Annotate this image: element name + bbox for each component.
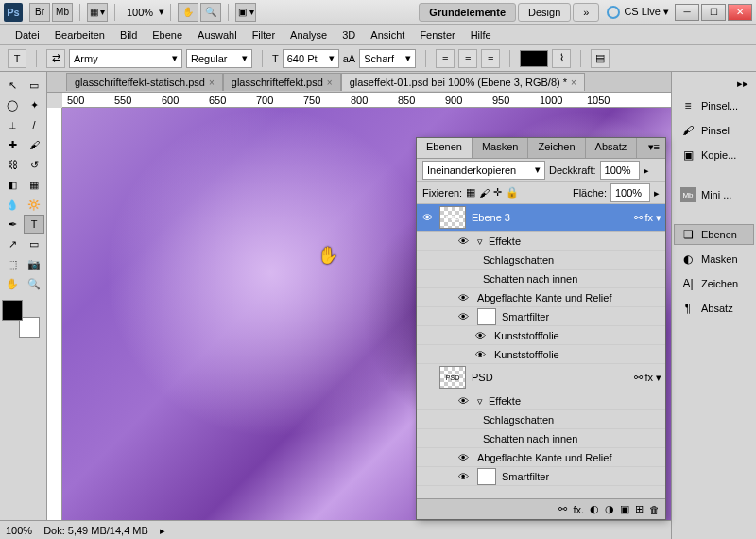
smartfilter-item[interactable]: 👁Kunststofffolie	[417, 345, 665, 364]
dock-zeichen[interactable]: A|Zeichen	[674, 273, 754, 294]
menu-auswahl[interactable]: Auswahl	[190, 29, 245, 41]
dodge-tool[interactable]: 🔆	[24, 195, 44, 214]
fx-badge[interactable]: fx ▾	[644, 372, 662, 384]
workspace-more[interactable]: »	[573, 3, 599, 22]
dock-absatz[interactable]: ¶Absatz	[674, 298, 754, 319]
smartfilter-group[interactable]: 👁Smartfilter	[417, 467, 665, 486]
shape-tool[interactable]: ▭	[24, 235, 44, 253]
panel-menu-button[interactable]: ▾≡	[643, 138, 665, 158]
minimize-button[interactable]: ─	[675, 4, 699, 21]
align-center-button[interactable]: ≡	[458, 49, 477, 68]
dock-mini[interactable]: MbMini ...	[674, 184, 754, 205]
doctab-0[interactable]: glasschrifteffekt-statisch.psd×	[66, 73, 223, 91]
layer-thumbnail[interactable]: PSD	[439, 366, 466, 389]
menu-ansicht[interactable]: Ansicht	[363, 29, 412, 41]
minibridge-button[interactable]: Mb	[52, 3, 73, 22]
fx-badge[interactable]: fx ▾	[644, 212, 662, 224]
zoom-level[interactable]: 100%	[127, 7, 153, 18]
layer-name[interactable]: PSD	[468, 372, 630, 383]
doctab-2[interactable]: glaseffekt-01.psd bei 100% (Ebene 3, RGB…	[341, 73, 585, 91]
menu-fenster[interactable]: Fenster	[412, 29, 462, 41]
blur-tool[interactable]: 💧	[2, 195, 23, 214]
hand-tool-button[interactable]: ✋	[178, 3, 198, 22]
close-icon[interactable]: ×	[571, 78, 576, 88]
character-panel-button[interactable]: ▤	[591, 49, 610, 68]
close-button[interactable]: ✕	[728, 4, 752, 21]
view-extras-button[interactable]: ▦ ▾	[87, 3, 108, 22]
workspace-design[interactable]: Design	[518, 3, 571, 22]
menu-ebene[interactable]: Ebene	[145, 29, 190, 41]
heal-tool[interactable]: ✚	[2, 135, 23, 154]
path-tool[interactable]: ↗	[2, 235, 23, 253]
fill-input[interactable]: 100%	[610, 183, 650, 202]
menu-filter[interactable]: Filter	[245, 29, 283, 41]
lock-move-icon[interactable]: ✛	[493, 186, 502, 199]
wand-tool[interactable]: ✦	[24, 96, 44, 114]
lasso-tool[interactable]: ◯	[2, 96, 23, 114]
lock-paint-icon[interactable]: 🖌	[479, 187, 490, 199]
menu-hilfe[interactable]: Hilfe	[463, 29, 499, 41]
panel-tab-ebenen[interactable]: Ebenen	[417, 138, 472, 158]
font-size-select[interactable]: 640 Pt▾	[283, 49, 339, 68]
link-icon[interactable]: ⚯	[634, 212, 643, 224]
align-right-button[interactable]: ≡	[481, 49, 500, 68]
bridge-button[interactable]: Br	[29, 3, 50, 22]
text-color-swatch[interactable]	[520, 50, 548, 67]
layers-panel[interactable]: Ebenen Masken Zeichen Absatz ▾≡ Ineinand…	[416, 137, 666, 520]
menu-bearbeiten[interactable]: Bearbeiten	[47, 29, 112, 41]
menu-datei[interactable]: Datei	[8, 29, 47, 41]
workspace-grundelemente[interactable]: Grundelemente	[419, 3, 516, 22]
maximize-button[interactable]: ☐	[701, 4, 726, 21]
antialias-select[interactable]: Scharf▾	[359, 49, 416, 68]
hand-tool[interactable]: ✋	[2, 274, 23, 293]
dock-pinsel[interactable]: 🖌Pinsel	[674, 120, 754, 141]
color-swatches[interactable]	[2, 300, 40, 338]
effect-item[interactable]: Schatten nach innen	[417, 429, 665, 448]
text-orientation-button[interactable]: ⇄	[46, 49, 65, 68]
panel-tab-absatz[interactable]: Absatz	[586, 138, 638, 158]
lock-transparent-icon[interactable]: ▦	[466, 186, 475, 199]
marquee-tool[interactable]: ▭	[24, 76, 44, 95]
type-tool[interactable]: T	[24, 215, 44, 234]
eraser-tool[interactable]: ◧	[2, 175, 23, 194]
camera-tool[interactable]: 📷	[24, 254, 44, 273]
group-button[interactable]: ▣	[620, 503, 629, 515]
layer-name[interactable]: Ebene 3	[468, 212, 630, 223]
menu-analyse[interactable]: Analyse	[283, 29, 335, 41]
visibility-icon[interactable]: 👁	[417, 212, 438, 223]
zoom-tool-button[interactable]: 🔍	[200, 3, 221, 22]
close-icon[interactable]: ×	[327, 78, 333, 88]
dock-masken[interactable]: ◐Masken	[674, 249, 754, 270]
lock-all-icon[interactable]: 🔒	[506, 186, 519, 199]
new-layer-button[interactable]: ⊞	[635, 503, 644, 515]
cs-live[interactable]: CS Live ▾	[607, 6, 669, 19]
font-style-select[interactable]: Regular▾	[186, 49, 252, 68]
effect-item[interactable]: Schlagschatten	[417, 251, 665, 270]
stamp-tool[interactable]: ⛓	[2, 155, 23, 174]
layer-ebene3[interactable]: 👁 PSD Ebene 3 ⚯fx ▾	[417, 204, 665, 232]
link-icon[interactable]: ⚯	[634, 372, 643, 384]
effect-item[interactable]: Schlagschatten	[417, 410, 665, 429]
adjustment-layer-button[interactable]: ◑	[605, 503, 614, 515]
menu-3d[interactable]: 3D	[335, 29, 363, 41]
smartfilter-item[interactable]: 👁Kunststofffolie	[417, 326, 665, 345]
layer-thumbnail[interactable]: PSD	[439, 206, 466, 229]
link-layers-button[interactable]: ⚯	[558, 503, 567, 515]
delete-layer-button[interactable]: 🗑	[649, 504, 660, 515]
opacity-input[interactable]: 100%	[600, 161, 640, 180]
zoom-tool[interactable]: 🔍	[24, 274, 44, 293]
dock-pinsel-presets[interactable]: ≡Pinsel...	[674, 96, 754, 116]
crop-tool[interactable]: ⟂	[2, 115, 23, 134]
move-tool[interactable]: ↖	[2, 76, 23, 95]
effects-group[interactable]: 👁▿ Effekte	[417, 391, 665, 410]
warp-text-button[interactable]: ⌇	[552, 49, 571, 68]
history-brush-tool[interactable]: ↺	[24, 155, 44, 174]
effect-item[interactable]: 👁Abgeflachte Kante und Relief	[417, 448, 665, 467]
dock-ebenen[interactable]: ❏Ebenen	[674, 224, 754, 245]
align-left-button[interactable]: ≡	[436, 49, 455, 68]
effect-item[interactable]: Schatten nach innen	[417, 270, 665, 288]
screen-mode-button[interactable]: ▣ ▾	[235, 3, 256, 22]
status-doc-size[interactable]: Dok: 5,49 MB/14,4 MB	[43, 525, 148, 536]
layer-style-button[interactable]: fx.	[573, 504, 584, 515]
effect-item[interactable]: 👁Abgeflachte Kante und Relief	[417, 288, 665, 307]
